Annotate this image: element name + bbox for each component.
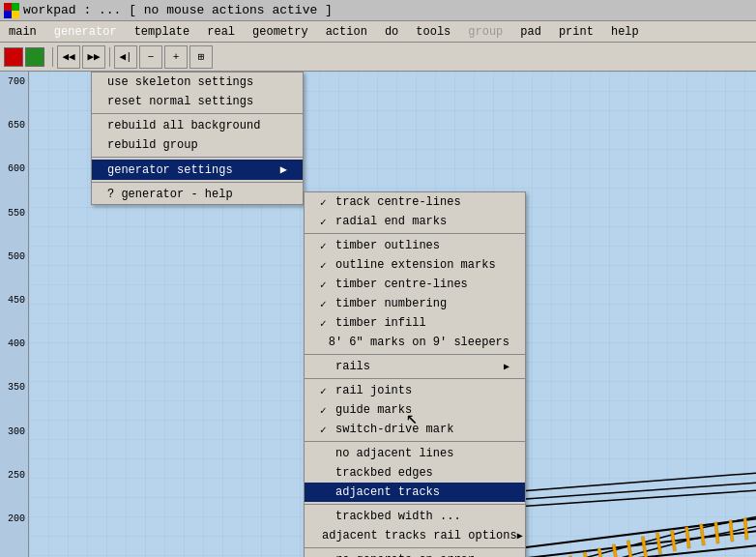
- menu-print[interactable]: print: [550, 22, 602, 42]
- toolbar-back-back[interactable]: ◀◀: [57, 45, 80, 69]
- menu-radial-end-marks[interactable]: ✓radial end marks: [305, 212, 525, 231]
- menu-reset-normal[interactable]: reset normal settings: [92, 92, 303, 111]
- left-ruler: 700 650 600 550 500 450 400 350 300 250 …: [0, 72, 29, 557]
- menu-outline-extension-marks[interactable]: ✓outline extension marks: [305, 255, 525, 275]
- ruler-600: 600: [0, 163, 28, 207]
- ruler-450: 450: [0, 295, 28, 338]
- ruler-550: 550: [0, 208, 28, 251]
- menu-pad[interactable]: pad: [511, 22, 550, 42]
- menu-timber-centre-lines[interactable]: ✓timber centre-lines: [305, 275, 525, 294]
- menu-timber-outlines[interactable]: ✓timber outlines: [305, 236, 525, 255]
- menu-rebuild-group[interactable]: rebuild group: [92, 135, 303, 155]
- ruler-500: 500: [0, 251, 28, 295]
- ruler-650: 650: [0, 120, 28, 163]
- menu-generator-help[interactable]: ? generator - help: [92, 185, 303, 204]
- menu-template[interactable]: template: [126, 22, 199, 42]
- menu-switch-drive-mark[interactable]: ✓switch-drive mark: [305, 420, 525, 439]
- menu-8ft-marks[interactable]: 8' 6" marks on 9' sleepers: [305, 333, 525, 352]
- ruler-300: 300: [0, 426, 28, 470]
- svg-rect-1: [12, 3, 19, 11]
- menu-action[interactable]: action: [317, 22, 376, 42]
- menu-re-generate[interactable]: re-generate on error: [305, 550, 525, 557]
- ruler-350: 350: [0, 382, 28, 425]
- menu-adjacent-rail-opts[interactable]: adjacent tracks rail options: [305, 526, 525, 545]
- menu-use-skeleton[interactable]: use skeleton settings: [92, 73, 303, 92]
- menu-trackbed-edges[interactable]: trackbed edges: [305, 463, 525, 483]
- ruler-200: 200: [0, 513, 28, 557]
- ruler-400: 400: [0, 338, 28, 382]
- menu-rebuild-all-bg[interactable]: rebuild all background: [92, 116, 303, 135]
- menu-real[interactable]: real: [198, 22, 244, 42]
- svg-rect-3: [12, 11, 19, 18]
- menu-geometry[interactable]: geometry: [244, 22, 317, 42]
- menu-tools[interactable]: tools: [407, 22, 459, 42]
- toolbar-red-square[interactable]: [4, 47, 23, 67]
- generator-dropdown: use skeleton settings reset normal setti…: [91, 72, 304, 205]
- title-text: workpad : ... [ no mouse actions active …: [23, 3, 333, 17]
- menu-guide-marks[interactable]: ✓guide marks: [305, 400, 525, 420]
- menu-timber-numbering[interactable]: ✓timber numbering: [305, 294, 525, 313]
- toolbar-forward-forward[interactable]: ▶▶: [82, 45, 105, 69]
- toolbar: ◀◀ ▶▶ ◀| − + ⊞: [0, 43, 756, 72]
- menu-main[interactable]: main: [0, 22, 45, 42]
- main-content: 700 650 600 550 500 450 400 350 300 250 …: [0, 72, 756, 557]
- ruler-250: 250: [0, 470, 28, 513]
- toolbar-green-square[interactable]: [25, 47, 44, 67]
- app-icon: [4, 3, 19, 18]
- svg-rect-0: [4, 3, 12, 11]
- canvas-area[interactable]: use skeleton settings reset normal setti…: [29, 72, 756, 557]
- menu-do[interactable]: do: [376, 22, 407, 42]
- menu-generator-settings[interactable]: generator settings▶: [92, 160, 303, 180]
- toolbar-grid[interactable]: ⊞: [189, 45, 213, 69]
- menu-trackbed-width[interactable]: trackbed width ...: [305, 507, 525, 526]
- menu-bar: main generator template real geometry ac…: [0, 21, 756, 43]
- menu-rails[interactable]: rails: [305, 357, 525, 376]
- toolbar-plus[interactable]: +: [164, 45, 188, 69]
- svg-rect-2: [4, 11, 12, 18]
- menu-timber-infill[interactable]: ✓timber infill: [305, 313, 525, 333]
- toolbar-back-to-start[interactable]: ◀|: [114, 45, 137, 69]
- menu-no-adjacent-lines[interactable]: no adjacent lines: [305, 444, 525, 463]
- toolbar-minus[interactable]: −: [139, 45, 162, 69]
- menu-help[interactable]: help: [602, 22, 648, 42]
- title-bar: workpad : ... [ no mouse actions active …: [0, 0, 756, 21]
- menu-rail-joints[interactable]: ✓rail joints: [305, 381, 525, 400]
- menu-group: group: [459, 22, 511, 42]
- settings-submenu: ✓track centre-lines ✓radial end marks ✓t…: [304, 191, 526, 557]
- menu-track-centre-lines[interactable]: ✓track centre-lines: [305, 192, 525, 212]
- menu-generator[interactable]: generator: [45, 22, 126, 42]
- ruler-700: 700: [0, 76, 28, 120]
- menu-adjacent-tracks[interactable]: adjacent tracks: [305, 483, 525, 502]
